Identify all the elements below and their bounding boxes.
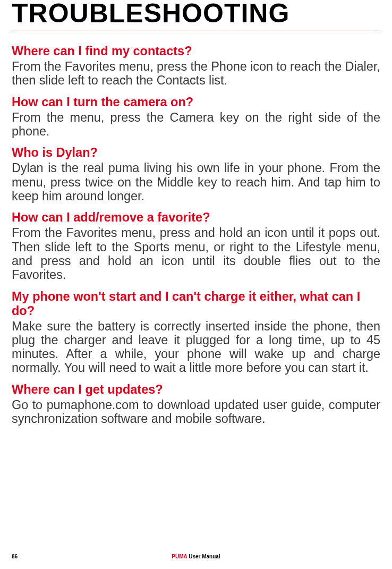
faq-question: My phone won't start and I can't charge … [12, 290, 380, 318]
faq-answer: Dylan is the real puma living his own li… [12, 161, 380, 203]
footer-center: PUMA User Manual [12, 554, 380, 559]
page-title: TROUBLESHOOTING [12, 0, 380, 27]
faq-item: Where can I get updates? Go to pumaphone… [12, 383, 380, 426]
faq-item: Who is Dylan? Dylan is the real puma liv… [12, 146, 380, 203]
faq-answer: Go to pumaphone.com to download updated … [12, 398, 380, 426]
faq-answer: Make sure the battery is correctly inser… [12, 319, 380, 375]
faq-question: Where can I get updates? [12, 383, 380, 397]
faq-answer: From the Favorites menu, press and hold … [12, 226, 380, 282]
footer: 86 PUMA User Manual [0, 554, 392, 559]
faq-question: Who is Dylan? [12, 146, 380, 160]
faq-item: Where can I find my contacts? From the F… [12, 44, 380, 88]
faq-answer: From the menu, press the Camera key on t… [12, 111, 380, 139]
page-number: 86 [12, 554, 18, 559]
divider [12, 30, 380, 30]
footer-suffix: User Manual [187, 554, 220, 559]
faq-answer: From the Favorites menu, press the Phone… [12, 60, 380, 88]
faq-question: How can I turn the camera on? [12, 95, 380, 109]
faq-item: My phone won't start and I can't charge … [12, 290, 380, 375]
faq-item: How can I add/remove a favorite? From th… [12, 210, 380, 282]
footer-brand: PUMA [172, 554, 187, 559]
faq-item: How can I turn the camera on? From the m… [12, 95, 380, 139]
faq-question: Where can I find my contacts? [12, 44, 380, 58]
faq-question: How can I add/remove a favorite? [12, 210, 380, 225]
